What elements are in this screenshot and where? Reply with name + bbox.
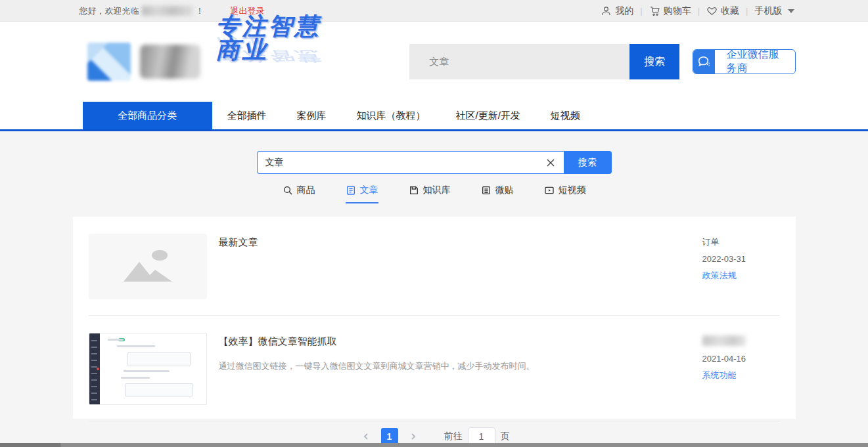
result-category-link[interactable]: 系统功能 [702,370,780,381]
tab-goods[interactable]: 商品 [283,184,315,203]
divider: | [640,6,642,16]
caret-down-icon [788,9,794,13]
logo-slogan: 专注智慧商业 专注智慧商业 [216,14,344,110]
search-icon [283,185,293,196]
slogan-reflection: 专注智慧商业 [216,36,344,62]
result-description: 通过微信图文链接，一键导入微信图文文章到商城文章营销中，减少手动发布时间。 [219,360,702,373]
tab-articles-label: 文章 [360,184,378,196]
mobile-label: 手机版 [755,5,783,17]
my-account-link[interactable]: 我的 [601,5,633,17]
nav-item-all-categories[interactable]: 全部商品分类 [83,102,212,129]
page-unit-label: 页 [501,431,510,442]
content-area: 文章 搜索 商品 文章 知识库 微贴 [0,131,868,444]
favorites-label: 收藏 [721,5,739,17]
tab-short-video[interactable]: 短视频 [544,184,586,203]
scrollbar-thumb[interactable] [0,443,60,447]
content-search-input[interactable]: 文章 [257,151,564,174]
result-row[interactable]: 最新文章 订单 2022-03-31 政策法规 [89,217,780,316]
chevron-right-icon [409,433,417,440]
tab-goods-label: 商品 [297,184,315,196]
knowledge-icon [409,185,419,196]
blurred-logo-mark [87,43,131,81]
tab-short-video-label: 短视频 [559,184,586,196]
result-type-tabs: 商品 文章 知识库 微贴 短视频 [0,184,868,203]
site-header: 专注智慧商业 专注智慧商业 文章 搜索 企业微信服务商 [0,22,868,102]
chevron-left-icon [362,433,370,440]
header-search: 文章 搜索 [409,44,679,79]
clear-icon[interactable] [545,158,556,168]
post-icon [481,185,491,196]
header-search-button[interactable]: 搜索 [629,44,679,79]
placeholder-thumbnail [89,234,207,299]
content-search: 文章 搜索 [257,151,612,174]
mobile-version-dropdown[interactable]: 手机版 [755,5,794,17]
thumb-badge-dot [97,368,99,370]
favorites-link[interactable]: 收藏 [706,5,739,17]
tab-knowledge[interactable]: 知识库 [409,184,451,203]
result-date: 2022-03-31 [702,254,780,264]
divider: | [698,6,700,16]
page: 您好，欢迎光临 ！ 退出登录 我的 | 购物车 | 收藏 [0,0,868,447]
main-nav: 全部商品分类 全部插件 案例库 知识库（教程） 社区/更新/开发 短视频 [0,102,868,131]
cart-link[interactable]: 购物车 [649,5,691,17]
blurred-meta [702,335,746,346]
result-title[interactable]: 【效率】微信文章智能抓取 [219,335,702,348]
image-placeholder-icon [118,246,177,287]
logo[interactable] [73,43,200,81]
divider: | [746,6,748,16]
user-icon [601,5,612,16]
wecom-chat-icon [697,54,711,69]
result-title[interactable]: 最新文章 [219,236,702,249]
nav-item-case-library[interactable]: 案例库 [282,102,342,129]
nav-item-all-plugins[interactable]: 全部插件 [212,102,282,129]
wecom-service-button[interactable]: 企业微信服务商 [693,49,795,74]
tab-posts[interactable]: 微贴 [481,184,514,203]
screenshot-thumbnail [89,333,207,405]
tab-articles[interactable]: 文章 [346,184,378,203]
tab-posts-label: 微贴 [495,184,514,196]
my-label: 我的 [615,5,633,17]
thumb-form [108,339,201,399]
blurred-username [142,6,193,16]
video-icon [544,185,555,196]
result-meta-top: 订单 [702,236,780,248]
result-category-link[interactable]: 政策法规 [702,270,780,282]
greeting-suffix: ！ [196,5,204,17]
result-row[interactable]: 【效率】微信文章智能抓取 通过微信图文链接，一键导入微信图文文章到商城文章营销中… [89,316,780,421]
blurred-logo-text [140,45,200,79]
horizontal-scrollbar[interactable] [0,443,868,447]
result-date: 2021-04-16 [702,354,780,364]
cart-icon [649,5,660,16]
content-search-value: 文章 [265,157,545,169]
tab-knowledge-label: 知识库 [423,184,451,196]
cart-label: 购物车 [664,5,691,17]
results-card: 最新文章 订单 2022-03-31 政策法规 [73,217,796,419]
topbar: 您好，欢迎光临 ！ 退出登录 我的 | 购物车 | 收藏 [0,0,868,22]
nav-item-community[interactable]: 社区/更新/开发 [441,102,536,129]
header-search-value: 文章 [429,56,449,68]
goto-label: 前往 [444,431,463,442]
nav-item-knowledge-base[interactable]: 知识库（教程） [342,102,441,129]
heart-icon [706,5,718,16]
wecom-icon-box [693,50,714,74]
wecom-label: 企业微信服务商 [715,50,795,74]
article-icon [346,185,356,196]
nav-item-short-video[interactable]: 短视频 [536,102,595,129]
greeting-prefix: 您好，欢迎光临 [80,5,139,17]
header-search-input[interactable]: 文章 [409,44,629,79]
content-search-button[interactable]: 搜索 [564,151,612,174]
